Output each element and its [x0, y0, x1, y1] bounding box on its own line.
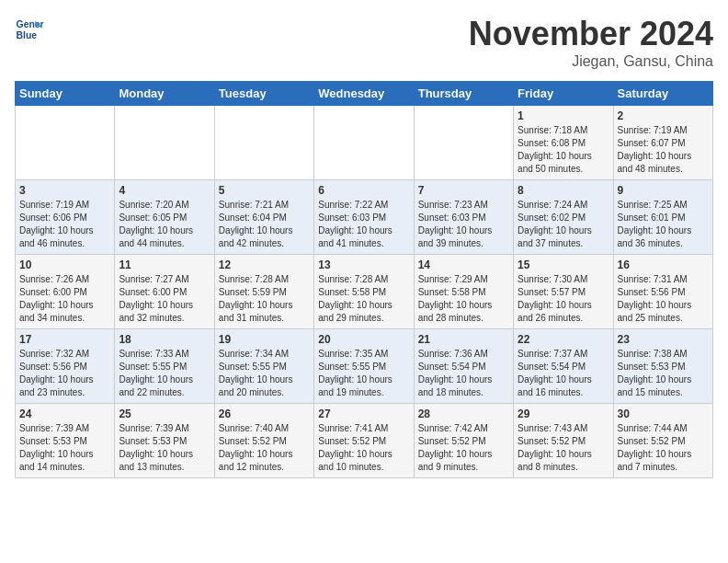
- day-info: Sunrise: 7:32 AM Sunset: 5:56 PM Dayligh…: [19, 348, 110, 399]
- calendar-cell: 27Sunrise: 7:41 AM Sunset: 5:52 PM Dayli…: [314, 404, 414, 478]
- day-number: 14: [418, 259, 509, 271]
- logo: General Blue: [15, 15, 44, 44]
- calendar-cell: 1Sunrise: 7:18 AM Sunset: 6:08 PM Daylig…: [514, 106, 613, 180]
- weekday-header: Sunday: [16, 82, 115, 106]
- day-number: 10: [19, 259, 110, 271]
- day-info: Sunrise: 7:27 AM Sunset: 6:00 PM Dayligh…: [119, 273, 210, 325]
- calendar-cell: [414, 106, 513, 180]
- calendar-cell: 7Sunrise: 7:23 AM Sunset: 6:03 PM Daylig…: [414, 180, 513, 255]
- calendar-cell: 25Sunrise: 7:39 AM Sunset: 5:53 PM Dayli…: [115, 404, 214, 478]
- day-info: Sunrise: 7:33 AM Sunset: 5:55 PM Dayligh…: [119, 348, 210, 399]
- day-number: 4: [119, 184, 210, 197]
- day-info: Sunrise: 7:37 AM Sunset: 5:54 PM Dayligh…: [518, 348, 609, 399]
- day-number: 27: [318, 408, 409, 420]
- day-info: Sunrise: 7:39 AM Sunset: 5:53 PM Dayligh…: [119, 422, 210, 474]
- day-info: Sunrise: 7:26 AM Sunset: 6:00 PM Dayligh…: [19, 273, 110, 325]
- day-number: 26: [219, 408, 310, 420]
- weekday-header: Saturday: [613, 82, 712, 106]
- day-info: Sunrise: 7:36 AM Sunset: 5:54 PM Dayligh…: [418, 348, 509, 399]
- day-info: Sunrise: 7:28 AM Sunset: 5:58 PM Dayligh…: [318, 273, 409, 325]
- calendar-cell: 5Sunrise: 7:21 AM Sunset: 6:04 PM Daylig…: [214, 180, 313, 255]
- calendar-cell: 28Sunrise: 7:42 AM Sunset: 5:52 PM Dayli…: [414, 404, 513, 478]
- day-number: 17: [19, 333, 110, 346]
- day-number: 20: [318, 333, 409, 346]
- calendar-cell: 17Sunrise: 7:32 AM Sunset: 5:56 PM Dayli…: [16, 329, 115, 404]
- day-info: Sunrise: 7:40 AM Sunset: 5:52 PM Dayligh…: [219, 422, 310, 474]
- weekday-header: Friday: [514, 82, 613, 106]
- day-number: 7: [418, 184, 509, 197]
- day-number: 24: [19, 408, 110, 420]
- calendar-cell: 22Sunrise: 7:37 AM Sunset: 5:54 PM Dayli…: [514, 329, 613, 404]
- calendar-cell: 12Sunrise: 7:28 AM Sunset: 5:59 PM Dayli…: [214, 255, 313, 329]
- calendar-cell: 14Sunrise: 7:29 AM Sunset: 5:58 PM Dayli…: [414, 255, 513, 329]
- day-number: 9: [618, 184, 709, 197]
- day-info: Sunrise: 7:19 AM Sunset: 6:07 PM Dayligh…: [618, 124, 709, 176]
- calendar-cell: 18Sunrise: 7:33 AM Sunset: 5:55 PM Dayli…: [115, 329, 214, 404]
- day-number: 15: [518, 259, 609, 271]
- weekday-header: Wednesday: [314, 82, 414, 106]
- day-number: 11: [119, 259, 210, 271]
- weekday-header: Thursday: [414, 82, 513, 106]
- calendar-cell: [214, 106, 313, 180]
- logo-icon: General Blue: [15, 15, 44, 44]
- svg-text:Blue: Blue: [17, 30, 38, 40]
- calendar-cell: 15Sunrise: 7:30 AM Sunset: 5:57 PM Dayli…: [514, 255, 613, 329]
- svg-text:General: General: [17, 19, 44, 29]
- day-info: Sunrise: 7:28 AM Sunset: 5:59 PM Dayligh…: [219, 273, 310, 325]
- day-info: Sunrise: 7:35 AM Sunset: 5:55 PM Dayligh…: [318, 348, 409, 399]
- calendar-cell: 9Sunrise: 7:25 AM Sunset: 6:01 PM Daylig…: [613, 180, 712, 255]
- day-info: Sunrise: 7:34 AM Sunset: 5:55 PM Dayligh…: [219, 348, 310, 399]
- calendar-cell: [16, 106, 115, 180]
- day-number: 25: [119, 408, 210, 420]
- calendar-cell: 3Sunrise: 7:19 AM Sunset: 6:06 PM Daylig…: [16, 180, 115, 255]
- location: Jiegan, Gansu, China: [469, 53, 713, 70]
- calendar-cell: 13Sunrise: 7:28 AM Sunset: 5:58 PM Dayli…: [314, 255, 414, 329]
- calendar-cell: 8Sunrise: 7:24 AM Sunset: 6:02 PM Daylig…: [514, 180, 613, 255]
- day-number: 13: [318, 259, 409, 271]
- day-number: 29: [518, 408, 609, 420]
- calendar-cell: 30Sunrise: 7:44 AM Sunset: 5:52 PM Dayli…: [613, 404, 712, 478]
- title-block: November 2024 Jiegan, Gansu, China: [469, 15, 713, 70]
- calendar-cell: [115, 106, 214, 180]
- calendar-cell: 10Sunrise: 7:26 AM Sunset: 6:00 PM Dayli…: [16, 255, 115, 329]
- day-number: 8: [518, 184, 609, 197]
- day-info: Sunrise: 7:25 AM Sunset: 6:01 PM Dayligh…: [618, 199, 709, 250]
- calendar-cell: 24Sunrise: 7:39 AM Sunset: 5:53 PM Dayli…: [16, 404, 115, 478]
- day-number: 21: [418, 333, 509, 346]
- day-info: Sunrise: 7:29 AM Sunset: 5:58 PM Dayligh…: [418, 273, 509, 325]
- calendar-cell: 21Sunrise: 7:36 AM Sunset: 5:54 PM Dayli…: [414, 329, 513, 404]
- calendar-cell: 26Sunrise: 7:40 AM Sunset: 5:52 PM Dayli…: [214, 404, 313, 478]
- day-info: Sunrise: 7:20 AM Sunset: 6:05 PM Dayligh…: [119, 199, 210, 250]
- calendar-cell: [314, 106, 414, 180]
- day-number: 3: [19, 184, 110, 197]
- day-info: Sunrise: 7:22 AM Sunset: 6:03 PM Dayligh…: [318, 199, 409, 250]
- calendar-header: SundayMondayTuesdayWednesdayThursdayFrid…: [16, 82, 713, 106]
- calendar-cell: 6Sunrise: 7:22 AM Sunset: 6:03 PM Daylig…: [314, 180, 414, 255]
- day-number: 22: [518, 333, 609, 346]
- day-info: Sunrise: 7:43 AM Sunset: 5:52 PM Dayligh…: [518, 422, 609, 474]
- calendar-table: SundayMondayTuesdayWednesdayThursdayFrid…: [15, 81, 713, 478]
- day-number: 23: [618, 333, 709, 346]
- day-info: Sunrise: 7:23 AM Sunset: 6:03 PM Dayligh…: [418, 199, 509, 250]
- day-info: Sunrise: 7:31 AM Sunset: 5:56 PM Dayligh…: [618, 273, 709, 325]
- calendar-cell: 19Sunrise: 7:34 AM Sunset: 5:55 PM Dayli…: [214, 329, 313, 404]
- day-info: Sunrise: 7:18 AM Sunset: 6:08 PM Dayligh…: [518, 124, 609, 176]
- day-number: 18: [119, 333, 210, 346]
- day-number: 28: [418, 408, 509, 420]
- calendar-cell: 23Sunrise: 7:38 AM Sunset: 5:53 PM Dayli…: [613, 329, 712, 404]
- day-number: 6: [318, 184, 409, 197]
- calendar-cell: 16Sunrise: 7:31 AM Sunset: 5:56 PM Dayli…: [613, 255, 712, 329]
- weekday-header: Tuesday: [214, 82, 313, 106]
- day-info: Sunrise: 7:42 AM Sunset: 5:52 PM Dayligh…: [418, 422, 509, 474]
- calendar-cell: 11Sunrise: 7:27 AM Sunset: 6:00 PM Dayli…: [115, 255, 214, 329]
- day-number: 2: [618, 109, 709, 122]
- page-header: General Blue November 2024 Jiegan, Gansu…: [15, 15, 713, 70]
- day-info: Sunrise: 7:30 AM Sunset: 5:57 PM Dayligh…: [518, 273, 609, 325]
- calendar-cell: 2Sunrise: 7:19 AM Sunset: 6:07 PM Daylig…: [613, 106, 712, 180]
- day-info: Sunrise: 7:24 AM Sunset: 6:02 PM Dayligh…: [518, 199, 609, 250]
- weekday-header: Monday: [115, 82, 214, 106]
- day-info: Sunrise: 7:19 AM Sunset: 6:06 PM Dayligh…: [19, 199, 110, 250]
- day-info: Sunrise: 7:41 AM Sunset: 5:52 PM Dayligh…: [318, 422, 409, 474]
- day-info: Sunrise: 7:39 AM Sunset: 5:53 PM Dayligh…: [19, 422, 110, 474]
- day-number: 30: [618, 408, 709, 420]
